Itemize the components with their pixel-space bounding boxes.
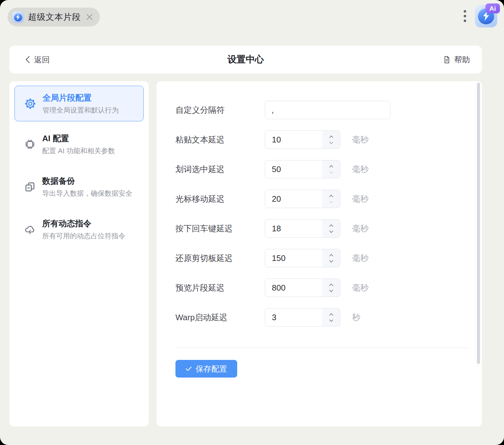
document-icon xyxy=(443,55,451,64)
sidebar-item-subtitle: 所有可用的动态占位符指令 xyxy=(42,231,125,241)
unit-label: 毫秒 xyxy=(352,223,369,234)
chevron-down-icon[interactable] xyxy=(329,289,334,292)
ai-badge: Ai xyxy=(485,3,500,13)
back-button[interactable]: 返回 xyxy=(25,55,50,65)
unit-label: 毫秒 xyxy=(352,134,369,145)
chevron-up-icon[interactable] xyxy=(329,283,334,286)
check-icon xyxy=(186,366,192,371)
settings-form-panel: 自定义分隔符 粘贴文本延迟 毫秒 划词选中延迟 xyxy=(157,81,482,426)
chevron-up-icon[interactable] xyxy=(329,194,334,198)
help-label: 帮助 xyxy=(454,55,470,65)
chevron-down-icon[interactable] xyxy=(329,319,334,322)
field-label: 还原剪切板延迟 xyxy=(175,253,265,264)
field-label: Warp启动延迟 xyxy=(175,312,265,323)
chevron-down-icon[interactable] xyxy=(329,260,334,263)
field-label: 粘贴文本延迟 xyxy=(175,134,265,145)
number-stepper[interactable] xyxy=(322,309,340,326)
gear-icon xyxy=(25,98,36,109)
unit-label: 毫秒 xyxy=(352,253,369,264)
chevron-up-icon[interactable] xyxy=(329,254,334,257)
extension-app-icon[interactable]: Ai xyxy=(475,5,497,27)
sidebar-item-data-backup[interactable]: 数据备份 导出导入数据，确保数据安全 xyxy=(14,167,144,206)
tab-title: 超级文本片段 xyxy=(28,11,81,23)
field-label: 光标移动延迟 xyxy=(175,194,265,205)
field-label: 划词选中延迟 xyxy=(175,164,265,175)
sidebar-item-global-snippet-config[interactable]: 全局片段配置 管理全局设置和默认行为 xyxy=(14,86,144,121)
chevron-up-icon[interactable] xyxy=(329,224,334,227)
settings-header: 返回 设置中心 帮助 xyxy=(9,46,482,73)
separator-input[interactable] xyxy=(265,101,390,119)
field-label: 预览片段延迟 xyxy=(175,282,265,293)
sidebar-item-title: 全局片段配置 xyxy=(43,92,119,103)
unit-label: 毫秒 xyxy=(352,194,369,205)
cloud-bolt-icon xyxy=(24,224,36,235)
field-label: 自定义分隔符 xyxy=(175,105,265,116)
sidebar-item-title: 数据备份 xyxy=(42,176,132,187)
chevron-down-icon[interactable] xyxy=(329,141,334,144)
app-lightning-icon xyxy=(12,11,24,23)
unit-label: 秒 xyxy=(352,312,360,323)
extension-window: 超级文本片段 Ai 返回 设置中心 xyxy=(0,0,504,445)
sidebar-item-title: AI 配置 xyxy=(42,133,115,144)
unit-label: 毫秒 xyxy=(352,282,369,293)
unit-label: 毫秒 xyxy=(352,164,369,175)
save-config-label: 保存配置 xyxy=(196,364,227,374)
scrollbar[interactable] xyxy=(477,83,480,364)
chevron-down-icon[interactable] xyxy=(329,230,334,233)
chevron-left-icon xyxy=(25,55,30,64)
sidebar-item-subtitle: 配置 AI 功能和相关参数 xyxy=(42,146,115,156)
chevron-down-icon[interactable] xyxy=(329,200,334,204)
field-label: 按下回车键延迟 xyxy=(175,223,265,234)
chevron-up-icon[interactable] xyxy=(329,313,334,316)
copy-docs-icon xyxy=(24,181,36,193)
chevron-up-icon[interactable] xyxy=(329,165,334,168)
page-title: 设置中心 xyxy=(9,53,482,66)
sidebar-item-title: 所有动态指令 xyxy=(42,218,125,229)
more-menu-icon[interactable] xyxy=(462,8,468,24)
number-stepper[interactable] xyxy=(322,131,340,148)
sidebar-item-dynamic-commands[interactable]: 所有动态指令 所有可用的动态占位符指令 xyxy=(14,210,144,249)
number-stepper[interactable] xyxy=(322,190,340,208)
help-button[interactable]: 帮助 xyxy=(443,55,470,65)
chevron-up-icon[interactable] xyxy=(329,135,334,138)
save-config-button[interactable]: 保存配置 xyxy=(175,360,237,378)
chevron-down-icon[interactable] xyxy=(329,171,334,174)
chip-icon xyxy=(24,139,36,150)
close-icon[interactable] xyxy=(85,13,94,21)
sidebar-item-subtitle: 管理全局设置和默认行为 xyxy=(43,106,119,115)
back-label: 返回 xyxy=(34,55,50,65)
form-divider xyxy=(175,348,470,348)
lightning-bolt-icon xyxy=(15,14,20,20)
number-stepper[interactable] xyxy=(322,160,340,178)
settings-sidebar: 全局片段配置 管理全局设置和默认行为 AI 配置 配置 AI 功能和相关参数 xyxy=(9,81,149,426)
number-stepper[interactable] xyxy=(322,249,340,267)
number-stepper[interactable] xyxy=(322,220,340,237)
sidebar-item-subtitle: 导出导入数据，确保数据安全 xyxy=(42,189,132,198)
sidebar-item-ai-config[interactable]: AI 配置 配置 AI 功能和相关参数 xyxy=(14,125,144,164)
number-stepper[interactable] xyxy=(322,279,340,297)
extension-tab[interactable]: 超级文本片段 xyxy=(8,8,100,26)
